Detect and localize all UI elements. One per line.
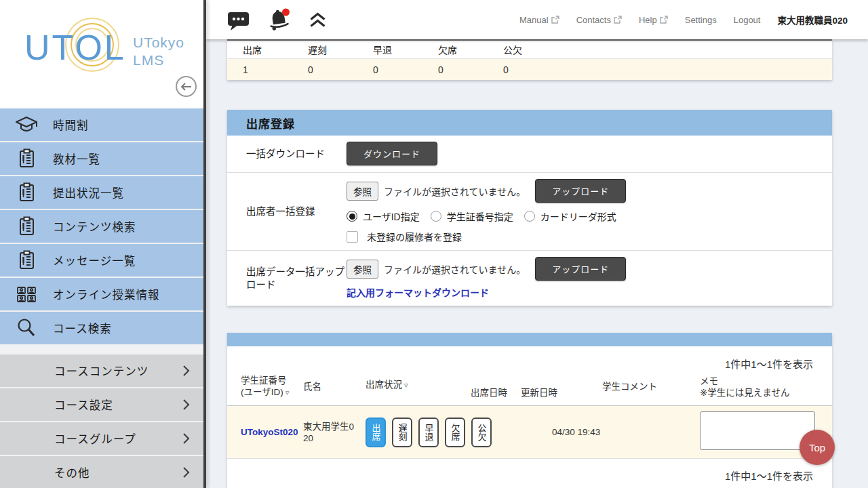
- logo-area: UTOL UTokyo LMS: [0, 0, 203, 108]
- notification-dot: [282, 9, 290, 16]
- collapse-toolbar-icon[interactable]: [309, 12, 327, 28]
- summary-value-row: 1 0 0 0 0: [227, 59, 832, 80]
- register-unenrolled-option: 未登録の履修者を登録: [347, 230, 832, 243]
- summary-header-row: 出席 遅刻 早退 欠席 公欠: [227, 41, 832, 59]
- scroll-to-top-button[interactable]: Top: [800, 430, 835, 465]
- row-body: ダウンロード: [347, 136, 832, 172]
- utol-logo-subtitle: UTokyo LMS: [133, 34, 184, 69]
- table-header-strip: [227, 333, 832, 346]
- status-button-left-early[interactable]: 早退: [418, 418, 439, 447]
- row-label: 出席者一括登録: [227, 173, 347, 250]
- sidebar-item-label: コンテンツ検索: [53, 218, 136, 235]
- sidebar-item-messages[interactable]: メッセージ一覧: [0, 244, 203, 277]
- message-icon[interactable]: [226, 9, 250, 30]
- search-icon: [14, 316, 39, 340]
- status-button-absent[interactable]: 欠席: [445, 418, 465, 447]
- student-name: 東大用学生020: [303, 421, 366, 444]
- bulk-download-row: 一括ダウンロード ダウンロード: [227, 136, 832, 173]
- graduation-cap-icon: [14, 113, 39, 137]
- column-header-name: 氏名: [303, 381, 366, 392]
- sidebar-menu: 時間割 教材一覧 提出状況一覧: [0, 108, 203, 344]
- sidebar-item-online-class[interactable]: オンライン授業情報: [0, 278, 203, 310]
- result-count-bottom: 1件中1〜1件を表示: [227, 459, 832, 488]
- memo-input[interactable]: [700, 411, 815, 450]
- student-id-link[interactable]: UTokyoSt020: [241, 427, 303, 437]
- sidebar-item-materials[interactable]: 教材一覧: [0, 142, 203, 175]
- browse-file-button[interactable]: 参照: [347, 182, 378, 201]
- summary-header: 公欠: [503, 43, 568, 56]
- column-header-student-comment: 学生コメント: [602, 381, 700, 392]
- sidebar-item-label: 教材一覧: [53, 150, 100, 167]
- download-button[interactable]: ダウンロード: [347, 142, 437, 165]
- chevron-right-icon: [182, 365, 190, 377]
- student-table-header-row: 学生証番号 (ユーザID)▿ 氏名 出席状況▿ 出席日時 更新日時 学生コメント…: [227, 371, 832, 406]
- file-select-line: 参照 ファイルが選択されていません。 アップロード: [347, 257, 832, 281]
- sidebar-item-course-group[interactable]: コースグループ: [0, 422, 203, 455]
- clipboard-icon: [14, 248, 39, 272]
- online-class-icon: [14, 282, 39, 306]
- summary-value: 0: [503, 64, 568, 75]
- summary-header: 遅刻: [308, 43, 373, 56]
- current-user-name: 東大用教職員020: [777, 13, 848, 26]
- radio-button[interactable]: [524, 211, 535, 222]
- summary-value: 1: [243, 64, 308, 75]
- sidebar-submenu: コースコンテンツ コース設定 コースグループ その他: [0, 354, 203, 488]
- page-content: 出席 遅刻 早退 欠席 公欠 1 0 0 0 0 出席登録 一括ダウンロード ダ…: [206, 39, 868, 488]
- status-button-present[interactable]: 出席: [366, 418, 386, 447]
- file-select-line: 参照 ファイルが選択されていません。 アップロード: [347, 179, 832, 203]
- notification-bell-icon[interactable]: [268, 7, 291, 32]
- toolbar-icons: [226, 7, 327, 32]
- radio-button[interactable]: [347, 211, 357, 222]
- main-area: Manual Contacts Help Settings: [206, 0, 868, 488]
- summary-value: 0: [308, 64, 373, 75]
- row-label: 一括ダウンロード: [227, 136, 347, 172]
- sidebar-item-label: メッセージ一覧: [53, 252, 136, 268]
- student-table-row: UTokyoSt020 東大用学生020 出席 遅刻 早退 欠席 公欠 04/3…: [227, 406, 832, 459]
- status-button-late[interactable]: 遅刻: [392, 418, 412, 447]
- sidebar-item-content-search[interactable]: コンテンツ検索: [0, 210, 203, 243]
- logout-link[interactable]: Logout: [734, 15, 761, 25]
- radio-option-user-id: ユーザID指定: [347, 209, 420, 223]
- toolbar-links: Manual Contacts Help Settings: [519, 13, 848, 26]
- upload-button[interactable]: アップロード: [535, 257, 626, 281]
- row-label: 出席データ一括アップロード: [227, 251, 347, 306]
- utol-logo: UTOL: [24, 27, 126, 68]
- checkbox[interactable]: [347, 231, 358, 243]
- updated-at-cell: 04/30 19:43: [521, 427, 602, 437]
- top-toolbar: Manual Contacts Help Settings: [206, 0, 868, 39]
- sidebar-item-course-search[interactable]: コース検索: [0, 312, 203, 344]
- row-body: 参照 ファイルが選択されていません。 アップロード ユーザID指定 学生証番号指…: [347, 173, 832, 250]
- help-link[interactable]: Help: [639, 15, 668, 25]
- file-status-text: ファイルが選択されていません。: [384, 184, 526, 198]
- format-download-link[interactable]: 記入用フォーマットダウンロード: [347, 285, 489, 299]
- radio-button[interactable]: [431, 211, 441, 222]
- clipboard-icon: [14, 180, 39, 205]
- sidebar-item-course-contents[interactable]: コースコンテンツ: [0, 354, 203, 387]
- attendee-bulk-register-row: 出席者一括登録 参照 ファイルが選択されていません。 アップロード ユーザID指…: [227, 173, 832, 251]
- id-type-radio-group: ユーザID指定 学生証番号指定 カードリーダ形式: [347, 209, 832, 223]
- external-link-icon: [660, 16, 668, 24]
- column-header-status[interactable]: 出席状況▿: [366, 373, 471, 391]
- column-header-attended-at: 出席日時: [471, 387, 521, 400]
- arrow-left-icon: [180, 82, 192, 92]
- sidebar-item-timetable[interactable]: 時間割: [0, 108, 203, 141]
- sidebar-item-course-settings[interactable]: コース設定: [0, 388, 203, 421]
- column-header-student-id[interactable]: 学生証番号 (ユーザID)▿: [241, 375, 303, 399]
- sort-icon: ▿: [404, 381, 408, 389]
- status-button-excused[interactable]: 公欠: [471, 418, 492, 447]
- chevron-right-icon: [182, 466, 190, 479]
- sidebar-item-label: オンライン授業情報: [53, 286, 160, 302]
- sidebar-item-submissions[interactable]: 提出状況一覧: [0, 176, 203, 209]
- column-header-memo: メモ ※学生には見えません: [700, 375, 818, 399]
- browse-file-button[interactable]: 参照: [347, 260, 378, 279]
- settings-link[interactable]: Settings: [685, 15, 717, 25]
- external-link-icon: [551, 16, 559, 24]
- sidebar-item-label: 提出状況一覧: [53, 184, 124, 201]
- contacts-link[interactable]: Contacts: [576, 15, 622, 25]
- sidebar-item-others[interactable]: その他: [0, 456, 203, 488]
- collapse-sidebar-button[interactable]: [176, 76, 197, 97]
- sidebar-item-label: 時間割: [53, 117, 89, 133]
- upload-button[interactable]: アップロード: [535, 179, 626, 203]
- manual-link[interactable]: Manual: [519, 15, 559, 25]
- sidebar: UTOL UTokyo LMS 時間割: [0, 0, 203, 488]
